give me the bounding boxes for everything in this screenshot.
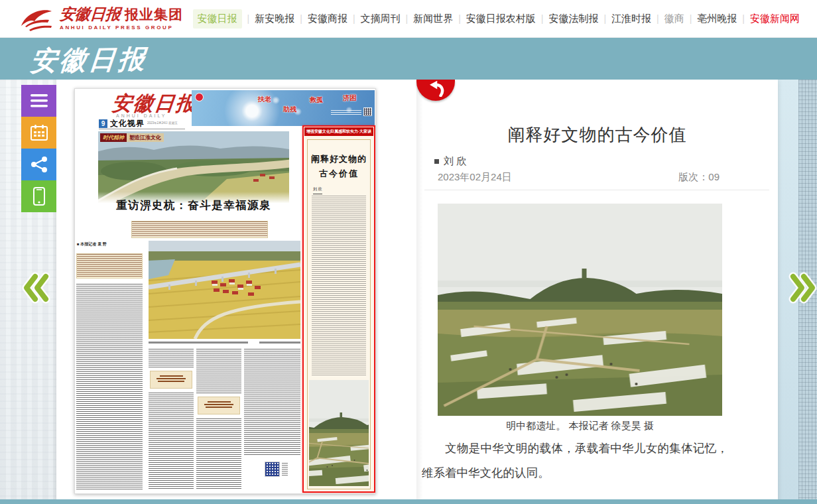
focus-author: 刘 欣	[313, 186, 322, 194]
body-text-column	[149, 349, 194, 367]
nav-separator: |	[300, 13, 302, 24]
series-banner-rest: 塑造江淮文化	[127, 133, 164, 142]
body-text-column	[196, 349, 241, 394]
headline-summary-box	[131, 221, 268, 238]
pull-quote-box	[76, 253, 143, 279]
series-banner-highlight: 时代精神	[100, 133, 127, 142]
body-text-column	[244, 349, 300, 455]
article-author: 刘 欣	[434, 155, 466, 168]
section-number: 9	[99, 119, 107, 128]
calendar-icon	[31, 125, 48, 141]
site-header: 安徽日报 报业集团 ANHUI DAILY PRESS GROUP 安徽日报 |…	[0, 0, 817, 38]
lottery-logo-icon	[195, 93, 204, 101]
nav-news-world[interactable]: 新闻世界	[413, 13, 453, 25]
nav-separator: |	[690, 13, 692, 24]
article-photo-mingzhongdu-site	[438, 204, 722, 416]
mobile-button[interactable]	[21, 180, 56, 212]
page: 安徽日报 报业集团 ANHUI DAILY PRESS GROUP 安徽日报 |…	[0, 0, 817, 504]
nav-separator: |	[247, 13, 250, 24]
fields-aerial-photo	[149, 241, 300, 339]
tools-sidebar	[21, 85, 56, 212]
press-group-logo[interactable]: 安徽日报 报业集团 ANHUI DAILY PRESS GROUP	[19, 6, 183, 31]
section-name: 文化视界	[110, 118, 145, 129]
lottery-ad-banner: 扶老 助残 救孤 济困	[192, 90, 375, 126]
newspaper-qr-code	[265, 462, 280, 477]
focus-title-line2: 古今价值	[304, 168, 374, 180]
article-title: 阐释好文物的古今价值	[416, 123, 778, 147]
masthead-calligraphy[interactable]: 安徽日报	[29, 40, 149, 79]
nav-anhui-business-news[interactable]: 安徽商报	[308, 13, 347, 25]
top-navigation: 安徽日报 | 新安晚报 | 安徽商报 | 文摘周刊 | 新闻世界 | 安徽日报农…	[193, 9, 800, 29]
menu-icon	[31, 94, 48, 107]
ad-text: 扶老	[258, 95, 271, 104]
nav-legal-news[interactable]: 安徽法制报	[548, 13, 598, 25]
share-button[interactable]	[21, 149, 56, 180]
nav-digest-weekly[interactable]: 文摘周刊	[361, 13, 401, 25]
author-name: 刘 欣	[444, 155, 466, 168]
article-paragraph: 文物是中华文明的载体，承载着中华儿女的集体记忆，维系着中华文化的认同。	[422, 436, 728, 485]
footer-strip	[0, 499, 817, 504]
ad-text: 救孤	[310, 95, 323, 105]
double-chevron-right-icon	[783, 272, 817, 304]
newspaper-page-image[interactable]: 安徽日报 ANHUI DAILY 9 文化视界 2023年2月24日 星期五 扶…	[74, 88, 376, 494]
body-text-column	[149, 393, 194, 490]
focus-title-line1: 阐释好文物的	[304, 153, 374, 165]
nav-anhui-daily[interactable]: 安徽日报	[193, 9, 242, 29]
nav-separator: |	[353, 13, 355, 24]
meta-divider	[424, 190, 769, 190]
press-group-logo-icon	[19, 6, 54, 31]
author-bullet	[434, 159, 439, 164]
menu-button[interactable]	[21, 85, 56, 117]
focus-body-text	[312, 196, 366, 376]
logo-title-cn: 安徽日报	[59, 6, 121, 23]
ad-text: 助残	[283, 105, 296, 114]
masthead-rule	[99, 129, 185, 129]
nav-separator: |	[406, 13, 408, 24]
calendar-button[interactable]	[21, 117, 56, 149]
logo-suffix-cn: 报业集团	[125, 7, 183, 22]
photo-caption-lines	[149, 342, 300, 345]
highlighted-article-region[interactable]: 增强安徽文化归属感和软实力·大家谈 阐释好文物的 古今价值 刘 欣	[302, 125, 375, 493]
article-photo-caption: 明中都遗址。 本报记者 徐旻昊 摄	[438, 420, 722, 432]
nav-bozhou-evening-news[interactable]: 亳州晚报	[697, 13, 737, 25]
subhead-box	[150, 371, 192, 389]
nav-jianghuai-times[interactable]: 江淮时报	[611, 13, 651, 25]
nav-separator: |	[541, 13, 544, 24]
body-text-column	[76, 284, 143, 490]
previous-page-button[interactable]	[22, 272, 56, 304]
qr-caption-lines	[282, 463, 288, 476]
nav-anhui-news-site[interactable]: 安徽新闻网	[750, 13, 800, 25]
share-icon	[31, 156, 48, 173]
focus-site-photo	[309, 380, 369, 486]
newspaper-section-row: 9 文化视界 2023年2月24日 星期五	[99, 118, 186, 129]
ad-qr-code	[363, 107, 372, 116]
newspaper-byline: ■ 本报记者 袁 野	[77, 241, 107, 247]
mobile-icon	[33, 187, 45, 206]
double-chevron-left-icon	[22, 272, 56, 304]
article-date: 2023年02月24日	[438, 171, 512, 184]
nav-separator: |	[657, 13, 659, 24]
body-text-column	[196, 418, 241, 490]
masthead-banner: 安徽日报	[0, 38, 817, 80]
article-edition: 版次：09	[678, 171, 720, 184]
focus-column-banner: 增强安徽文化归属感和软实力·大家谈	[304, 127, 373, 136]
article-dateline: 2023年02月24日 版次：09	[438, 171, 720, 184]
newspaper-headline: 重访淠史杭：奋斗是幸福源泉	[98, 192, 289, 213]
ad-caption-lines	[331, 110, 361, 115]
nav-separator: |	[603, 13, 606, 24]
subhead-box	[198, 397, 240, 414]
newspaper-masthead-subtitle: ANHUI DAILY	[116, 113, 166, 118]
nav-separator: |	[458, 13, 461, 24]
series-banner: 时代精神 塑造江淮文化	[100, 133, 164, 142]
next-page-button[interactable]	[783, 272, 817, 304]
ad-text: 济困	[343, 94, 356, 103]
article-body: 文物是中华文明的载体，承载着中华儿女的集体记忆，维系着中华文化的认同。 中华优秀…	[422, 436, 728, 504]
nav-rural-edition[interactable]: 安徽日报农村版	[466, 13, 536, 25]
issue-info: 2023年2月24日 星期五	[147, 121, 186, 126]
back-arrow-icon	[426, 80, 446, 97]
logo-subtitle-en: ANHUI DAILY PRESS GROUP	[60, 25, 183, 31]
nav-huishang[interactable]: 徽商	[664, 13, 684, 25]
nav-xinan-evening-news[interactable]: 新安晚报	[255, 13, 294, 25]
nav-separator: |	[742, 13, 745, 24]
